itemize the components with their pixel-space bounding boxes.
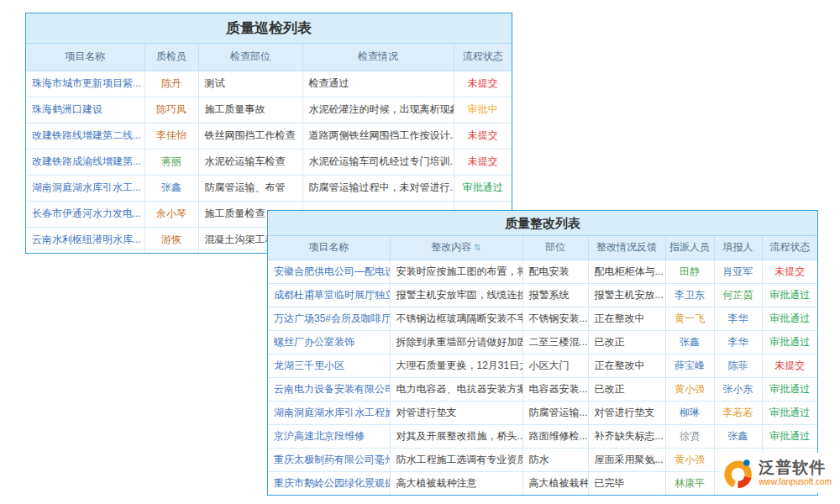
process-status-cell: 未提交 [454, 71, 512, 97]
inspection-situation-cell: 水泥砼运输车司机经过专门培训... [302, 149, 454, 175]
rectification-feedback-cell: 已改正 [588, 330, 665, 354]
reporter-cell: 李若若 [714, 401, 762, 424]
rectification-part-cell: 高大植被栽种 [522, 471, 588, 495]
project-name-cell: 京沪高速北京段维修 [268, 424, 390, 448]
inspection-col-part: 检查部位 [198, 44, 302, 71]
assignee-cell: 黄小强 [665, 377, 714, 401]
rectification-table-row[interactable]: 京沪高速北京段维修对其及开展整改措施，桥头...路面维修检...补齐缺失标志..… [268, 424, 817, 448]
assignee-cell: 徐贤 [665, 424, 714, 448]
inspector-cell: 陈巧凤 [144, 97, 198, 123]
inspection-col-project: 项目名称 [26, 44, 144, 71]
inspector-cell: 游恢 [144, 227, 198, 253]
rectification-feedback-cell: 对管进行垫支 [588, 401, 665, 424]
inspection-table-row[interactable]: 湖南洞庭湖水库引水工...张鑫防腐管运输、布管防腐管运输过程中，未对管进行...… [26, 175, 512, 201]
inspection-header-row: 项目名称 质检员 检查部位 检查情况 流程状态 [26, 44, 512, 71]
project-name-cell: 螺丝厂办公室装饰 [268, 330, 390, 354]
rectification-part-cell: 配电安装 [522, 260, 588, 283]
rectification-feedback-cell: 正在整改中 [588, 307, 665, 330]
rectification-feedback-cell: 配电柜柜体与... [588, 260, 665, 283]
process-status-cell: 审批通过 [762, 283, 817, 307]
rectification-table-row[interactable]: 云南电力设备安装有限公司20...电力电容器、电抗器安装方案...电容器安装..… [268, 377, 817, 401]
rectification-content-cell: 防水工程施工选调有专业资质... [390, 448, 522, 471]
reporter-cell: 肖亚军 [714, 260, 762, 283]
rectification-table-row[interactable]: 成都杜甫草堂临时展厅独立展...报警主机安放牢固，线缆连接...报警系统报警主机… [268, 283, 817, 307]
rectification-table-row[interactable]: 万达广场35#会所及咖啡厅空...不锈钢边框玻璃隔断安装不牢...不锈钢安装..… [268, 307, 817, 330]
rectification-col-content[interactable]: 整改内容⇅ [390, 236, 522, 260]
rectification-content-cell: 对其及开展整改措施，桥头... [390, 424, 522, 448]
rectification-col-part: 部位 [522, 236, 588, 260]
reporter-cell: 张小东 [714, 377, 762, 401]
inspection-table-row[interactable]: 珠海市城市更新项目紫...陈丹测试检查通过未提交 [26, 71, 512, 97]
rectification-table-row[interactable]: 安徽合肥供电公司—配电设备...安装时应按施工图的布置，将...配电安装配电柜柜… [268, 260, 817, 283]
reporter-cell: 张鑫 [714, 424, 762, 448]
inspection-part-cell: 水泥砼运输车检查 [198, 149, 302, 175]
project-name-cell: 湖南洞庭湖水库引水工... [26, 175, 144, 201]
process-status-cell: 未提交 [762, 354, 817, 377]
inspection-situation-cell: 防腐管运输过程中，未对管进行... [302, 175, 454, 201]
process-status-cell: 审批通过 [762, 307, 817, 330]
rectification-content-cell: 不锈钢边框玻璃隔断安装不牢... [390, 307, 522, 330]
inspection-list-title: 质量巡检列表 [26, 13, 512, 44]
process-status-cell: 未提交 [454, 123, 512, 149]
rectification-feedback-cell: 补齐缺失标志... [588, 424, 665, 448]
rectification-col-status: 流程状态 [762, 236, 817, 260]
rectification-col-reporter: 填报人 [714, 236, 762, 260]
rectification-content-cell: 电力电容器、电抗器安装方案... [390, 377, 522, 401]
process-status-cell: 审批通过 [762, 377, 817, 401]
rectification-feedback-cell: 报警主机安放... [588, 283, 665, 307]
project-name-cell: 改建铁路线增建第二线... [26, 123, 144, 149]
inspection-table-row[interactable]: 改建铁路成渝线增建第...蒋丽水泥砼运输车检查水泥砼运输车司机经过专门培训...… [26, 149, 512, 175]
inspection-part-cell: 测试 [198, 71, 302, 97]
rectification-part-cell: 报警系统 [522, 283, 588, 307]
inspection-col-status: 流程状态 [454, 44, 512, 71]
inspection-situation-cell: 水泥砼灌注的时候，出现离析现象 [302, 97, 454, 123]
process-status-cell: 审批通过 [454, 175, 512, 201]
inspector-cell: 陈丹 [144, 71, 198, 97]
inspection-situation-cell: 道路两侧铁丝网围挡工作按设计... [302, 123, 454, 149]
process-status-cell: 审批中 [454, 97, 512, 123]
assignee-cell: 田静 [665, 260, 714, 283]
reporter-cell: 陈菲 [714, 354, 762, 377]
reporter-cell: 李华 [714, 307, 762, 330]
sort-icon[interactable]: ⇅ [474, 243, 480, 252]
fanpu-logo: 泛普软件 www.fanpusoft.com [719, 453, 835, 493]
rectification-content-cell: 高大植被栽种注意 [390, 471, 522, 495]
inspection-part-cell: 防腐管运输、布管 [198, 175, 302, 201]
rectification-part-cell: 电容器安装... [522, 377, 588, 401]
inspection-part-cell: 铁丝网围挡工作检查 [198, 123, 302, 149]
inspector-cell: 张鑫 [144, 175, 198, 201]
inspector-cell: 余小琴 [144, 201, 198, 227]
inspection-table-row[interactable]: 改建铁路线增建第二线...李佳怡铁丝网围挡工作检查道路两侧铁丝网围挡工作按设计.… [26, 123, 512, 149]
project-name-cell: 珠海市城市更新项目紫... [26, 71, 144, 97]
process-status-cell: 审批通过 [762, 424, 817, 448]
rectification-table-row[interactable]: 湖南洞庭湖水库引水工程施工川对管进行垫支防腐管运输...对管进行垫支柳琳李若若审… [268, 401, 817, 424]
project-name-cell: 珠海鹤洲口建设 [26, 97, 144, 123]
inspection-part-cell: 施工质量事故 [198, 97, 302, 123]
inspection-situation-cell: 检查通过 [302, 71, 454, 97]
inspector-cell: 蒋丽 [144, 149, 198, 175]
rectification-feedback-cell: 已完毕 [588, 471, 665, 495]
reporter-cell: 李华 [714, 330, 762, 354]
assignee-cell: 张鑫 [665, 330, 714, 354]
assignee-cell: 柳琳 [665, 401, 714, 424]
rectification-feedback-cell: 已改正 [588, 377, 665, 401]
process-status-cell: 审批通过 [762, 330, 817, 354]
reporter-cell: 何芷茵 [714, 283, 762, 307]
rectification-content-cell: 对管进行垫支 [390, 401, 522, 424]
process-status-cell: 未提交 [762, 260, 817, 283]
rectification-table-row[interactable]: 螺丝厂办公室装饰拆除到承重墙部分请做好加固...二至三楼混...已改正张鑫李华审… [268, 330, 817, 354]
project-name-cell: 安徽合肥供电公司—配电设备... [268, 260, 390, 283]
assignee-cell: 黄一飞 [665, 307, 714, 330]
assignee-cell: 李卫东 [665, 283, 714, 307]
rectification-col-content-label: 整改内容 [431, 241, 471, 253]
rectification-table-row[interactable]: 龙湖三千里小区大理石质量更换，12月31日之...小区大门正在整改中薛宝峰陈菲未… [268, 354, 817, 377]
rectification-col-feedback: 整改情况反馈 [588, 236, 665, 260]
process-status-cell: 未提交 [454, 149, 512, 175]
rectification-col-assignee: 指派人员 [665, 236, 714, 260]
rectification-feedback-cell: 正在整改中 [588, 354, 665, 377]
rectification-part-cell: 路面维修检... [522, 424, 588, 448]
project-name-cell: 成都杜甫草堂临时展厅独立展... [268, 283, 390, 307]
fanpu-logo-name: 泛普软件 [759, 459, 832, 477]
project-name-cell: 云南水利枢纽潜明水库... [26, 227, 144, 253]
inspection-table-row[interactable]: 珠海鹤洲口建设陈巧凤施工质量事故水泥砼灌注的时候，出现离析现象审批中 [26, 97, 512, 123]
